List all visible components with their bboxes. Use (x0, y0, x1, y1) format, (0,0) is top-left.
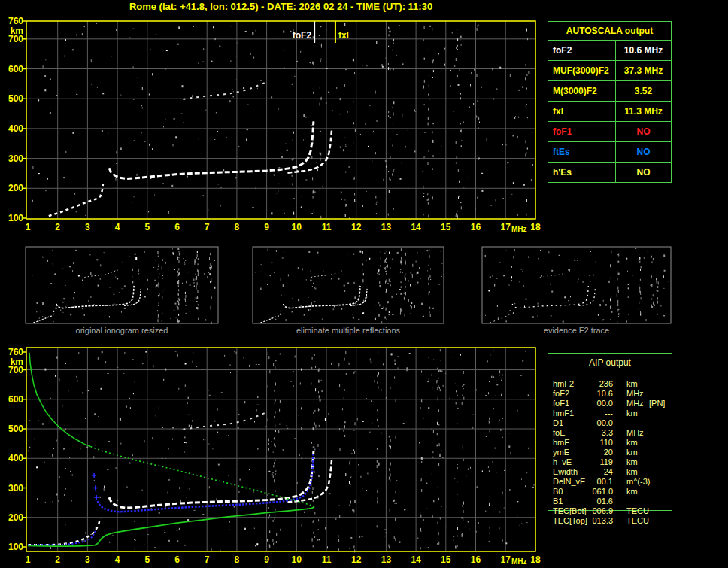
autoscala-row-M(3000)F2: M(3000)F23.52 (548, 81, 671, 102)
autoscala-row-foF2: foF210.6 MHz (548, 41, 671, 61)
svg-text:500: 500 (8, 93, 23, 104)
aip-cell: hmE (553, 438, 570, 448)
svg-text:1: 1 (26, 222, 31, 232)
aip-cell: 01.6 (575, 497, 613, 506)
svg-text:10: 10 (292, 554, 302, 565)
aip-row-foF2: foF210.6MHz (548, 389, 672, 399)
svg-text:2: 2 (55, 222, 60, 232)
aip-cell: 110 (575, 438, 613, 448)
aip-row-B0: B0061.0km (548, 487, 672, 497)
aip-cell: 3.3 (575, 428, 613, 438)
svg-text:5: 5 (144, 554, 150, 565)
svg-text:200: 200 (8, 512, 23, 523)
svg-text:MHz: MHz (511, 225, 527, 233)
svg-text:18: 18 (530, 222, 541, 232)
aip-row-TEC[Bot]: TEC[Bot]006.9TECU (548, 506, 672, 516)
svg-text:16: 16 (471, 554, 481, 565)
svg-text:12: 12 (351, 554, 362, 565)
aip-row-DelN_vE: DelN_vE00.1m^(-3) (548, 477, 672, 487)
autoscala-table: AUTOSCALA output foF210.6 MHzMUF(3000)F2… (548, 21, 672, 183)
aip-row-hmF2: hmF2236km (548, 379, 672, 389)
aip-cell: hmF1 (553, 409, 574, 418)
aip-cell: foF1 (553, 399, 569, 409)
autoscala-param-label: fxI (548, 102, 616, 121)
autoscala-table-header: AUTOSCALA output (548, 22, 671, 41)
aip-cell: B0 (553, 487, 563, 497)
svg-text:3: 3 (85, 222, 90, 232)
autoscala-param-value: 10.6 MHz (616, 41, 671, 60)
svg-text:600: 600 (8, 394, 23, 405)
aip-row-foE: foE3.3MHz (548, 428, 672, 438)
aip-cell: km (626, 409, 638, 418)
svg-text:4: 4 (115, 222, 120, 232)
autoscala-param-label: foF2 (548, 41, 616, 60)
marker-label-fxI: fxI (338, 30, 349, 41)
aip-cell: MHz (626, 428, 644, 438)
aip-cell: m^(-3) (626, 477, 650, 487)
aip-cell: Ewidth (553, 467, 578, 477)
autoscala-row-h'Es: h'EsNO (548, 163, 671, 182)
aip-cell: 236 (575, 379, 613, 389)
svg-text:14: 14 (411, 222, 421, 232)
svg-text:100: 100 (8, 213, 23, 223)
aip-cell: B1 (553, 497, 563, 506)
aip-cell: 00.1 (575, 477, 613, 487)
svg-text:300: 300 (8, 483, 23, 494)
aip-cell: 00.0 (575, 399, 613, 409)
autoscala-param-label: h'Es (548, 163, 616, 182)
svg-text:17: 17 (501, 554, 511, 565)
aip-cell: foE (553, 428, 566, 438)
svg-text:12: 12 (351, 222, 362, 232)
svg-text:11: 11 (322, 222, 332, 232)
autoscala-param-value: NO (616, 163, 671, 182)
svg-text:11: 11 (322, 554, 332, 565)
svg-text:14: 14 (411, 554, 421, 565)
aip-table-header: AIP output (548, 354, 672, 372)
svg-text:400: 400 (8, 453, 23, 463)
svg-text:10: 10 (292, 222, 302, 232)
aip-cell: TECU (626, 516, 649, 526)
svg-text:3: 3 (85, 554, 90, 565)
aip-row-TEC[Top]: TEC[Top]013.3TECU (548, 516, 672, 526)
aip-cell: km (626, 467, 638, 477)
thumbnail-caption-3: evidence F2 trace (482, 326, 671, 335)
aip-cell: km (626, 379, 638, 389)
svg-text:500: 500 (8, 424, 23, 434)
aip-cell: MHz (626, 389, 644, 399)
svg-text:13: 13 (381, 554, 392, 565)
svg-text:6: 6 (174, 222, 180, 232)
svg-text:MHz: MHz (511, 557, 527, 566)
thumbnail-eliminate-reflections (253, 247, 444, 323)
autoscala-param-value: 3.52 (616, 81, 671, 101)
aip-cell: km (626, 448, 638, 457)
aip-cell: [PN] (649, 399, 665, 409)
autoscala-param-label: foF1 (548, 122, 616, 141)
aip-row-hmE: hmE110km (548, 438, 672, 448)
autoscala-param-value: 11.3 MHz (616, 102, 671, 121)
aip-cell: 013.3 (575, 516, 613, 526)
aip-cell: 00.0 (575, 418, 613, 428)
aip-cell: hmF2 (553, 379, 574, 389)
aip-cell: h_vE (553, 457, 572, 467)
svg-text:600: 600 (8, 64, 23, 74)
svg-text:400: 400 (8, 123, 23, 134)
svg-text:8: 8 (235, 554, 240, 565)
aip-cell: ymE (553, 448, 569, 457)
aip-row-foF1: foF100.0MHz[PN] (548, 399, 672, 409)
aip-cell: MHz (626, 399, 644, 409)
svg-text:2: 2 (55, 554, 60, 565)
autoscala-row-fxI: fxI11.3 MHz (548, 102, 671, 122)
marker-label-foF2: foF2 (293, 30, 312, 41)
aip-cell: 24 (575, 467, 613, 477)
svg-text:1: 1 (26, 554, 31, 565)
top-ionogram-plot: foF2fxI760700600500400300200100km1234567… (8, 16, 541, 233)
svg-text:15: 15 (441, 554, 451, 565)
svg-text:15: 15 (441, 222, 451, 232)
svg-text:18: 18 (530, 554, 541, 565)
autoscala-row-MUF(3000)F2: MUF(3000)F237.3 MHz (548, 61, 671, 81)
svg-text:5: 5 (144, 222, 150, 232)
aip-row-ymE: ymE20km (548, 448, 672, 457)
aip-row-Ewidth: Ewidth24km (548, 467, 672, 477)
autoscala-row-ftEs: ftEsNO (548, 142, 671, 163)
aip-cell: km (626, 487, 638, 497)
